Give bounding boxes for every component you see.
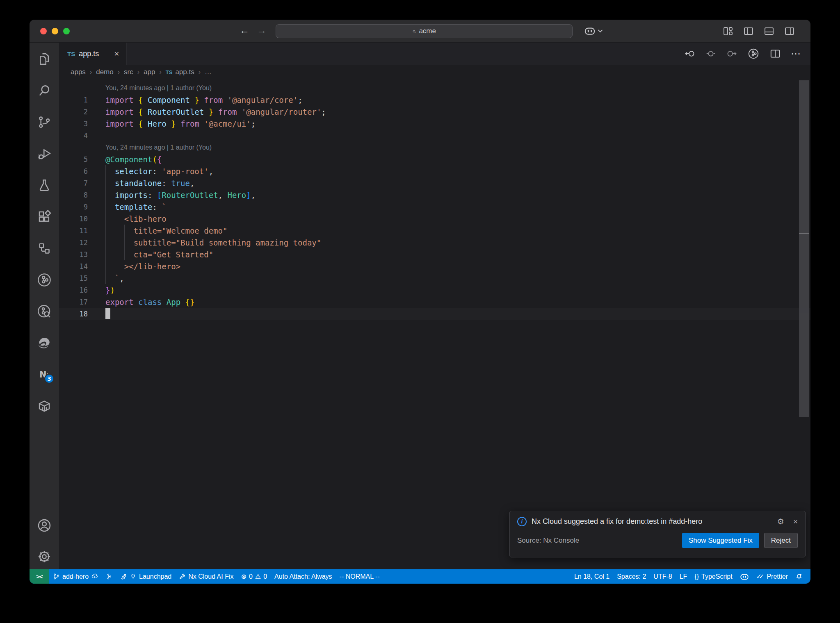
- bell-icon: [795, 573, 803, 580]
- copilot-menu-button[interactable]: [584, 26, 603, 36]
- minimize-window-button[interactable]: [52, 28, 58, 34]
- navigate-forward-icon[interactable]: →: [257, 25, 267, 36]
- blame-text: You, 24 minutes ago | 1 author (You): [88, 84, 212, 92]
- tab-bar: TS app.ts × ⋯: [59, 43, 810, 65]
- project-structure-icon[interactable]: [30, 239, 59, 257]
- nx-graph-action-icon[interactable]: [747, 48, 760, 60]
- errors-count: 0: [249, 573, 253, 580]
- chevron-right-icon: ›: [159, 68, 161, 76]
- extensions-icon[interactable]: [30, 208, 59, 226]
- testing-icon[interactable]: [30, 176, 59, 194]
- line-number: 1: [59, 96, 88, 104]
- breadcrumb-item[interactable]: app: [144, 68, 155, 76]
- copilot-status-item[interactable]: [736, 569, 753, 584]
- info-icon: i: [517, 517, 527, 526]
- line-number: 3: [59, 120, 88, 128]
- copilot-icon: [584, 26, 596, 36]
- explorer-icon[interactable]: [30, 50, 59, 68]
- changes-icon[interactable]: [705, 48, 716, 59]
- commit-graph-icon: [106, 573, 112, 580]
- warnings-count: 0: [263, 573, 267, 580]
- breadcrumb-item[interactable]: demo: [96, 68, 114, 76]
- notification-settings-icon[interactable]: ⚙: [777, 517, 784, 526]
- line-number: 2: [59, 108, 88, 116]
- notifications-bell-item[interactable]: [792, 569, 806, 584]
- copilot-icon: [740, 573, 749, 580]
- tab-app-ts[interactable]: TS app.ts ×: [59, 43, 127, 65]
- code-text: import { Hero } from '@acme/ui';: [88, 119, 256, 128]
- breadcrumb-item[interactable]: apps: [71, 68, 86, 76]
- encoding-item[interactable]: UTF-8: [650, 569, 676, 584]
- edge-tools-icon[interactable]: [30, 334, 59, 352]
- settings-gear-icon[interactable]: [30, 548, 59, 566]
- zoom-window-button[interactable]: [63, 28, 70, 34]
- code-line: 5@Component({: [59, 153, 810, 165]
- vim-mode-indicator[interactable]: -- NORMAL --: [336, 569, 383, 584]
- code-editor[interactable]: You, 24 minutes ago | 1 author (You)1imp…: [59, 80, 810, 569]
- toggle-secondary-sidebar-icon[interactable]: [784, 26, 795, 36]
- close-window-button[interactable]: [40, 28, 47, 34]
- run-debug-icon[interactable]: [30, 145, 59, 163]
- eol-item[interactable]: LF: [676, 569, 691, 584]
- commit-graph-item[interactable]: [102, 569, 116, 584]
- search-view-icon[interactable]: [30, 82, 59, 100]
- graph-search-icon[interactable]: [30, 302, 59, 321]
- code-line: 2import { RouterOutlet } from '@angular/…: [59, 106, 810, 118]
- warnings-icon: ⚠: [255, 573, 261, 580]
- code-text: `,: [88, 274, 124, 283]
- nx-project-graph-icon[interactable]: [30, 271, 59, 289]
- code-text: ></lib-hero>: [88, 262, 180, 271]
- line-number: 13: [59, 250, 88, 259]
- formatter-item[interactable]: ✓✓ Prettier: [753, 569, 792, 584]
- auto-attach-item[interactable]: Auto Attach: Always: [271, 569, 336, 584]
- code-text: import { Component } from '@angular/core…: [88, 95, 303, 105]
- git-branch-item[interactable]: add-hero: [49, 569, 102, 584]
- blame-annotation: You, 24 minutes ago | 1 author (You): [59, 82, 810, 94]
- previous-change-icon[interactable]: [684, 48, 696, 59]
- cursor-position-item[interactable]: Ln 18, Col 1: [571, 569, 613, 584]
- language-mode-item[interactable]: {} TypeScript: [691, 569, 736, 584]
- nx-console-icon[interactable]: N›3: [30, 366, 59, 384]
- breadcrumb-symbol[interactable]: …: [205, 68, 212, 76]
- tab-close-icon[interactable]: ×: [114, 49, 119, 59]
- launchpad-item[interactable]: Launchpad: [116, 569, 175, 584]
- problems-item[interactable]: ⊗ 0 ⚠ 0: [237, 569, 271, 584]
- publish-cloud-icon: [91, 573, 98, 580]
- status-bar: >< add-hero Launchpad Nx Cloud AI Fix ⊗ …: [30, 569, 810, 584]
- indentation-item[interactable]: Spaces: 2: [613, 569, 650, 584]
- line-number: 11: [59, 227, 88, 235]
- notification-close-icon[interactable]: ×: [793, 517, 798, 526]
- code-line: 7 standalone: true,: [59, 177, 810, 189]
- editor-scrollbar[interactable]: [799, 80, 809, 417]
- remote-indicator[interactable]: ><: [30, 569, 49, 584]
- containers-icon[interactable]: [30, 397, 59, 415]
- accounts-icon[interactable]: [30, 516, 59, 534]
- customize-layout-icon[interactable]: [723, 26, 733, 36]
- more-actions-icon[interactable]: ⋯: [791, 48, 801, 59]
- navigate-back-icon[interactable]: ←: [240, 25, 249, 36]
- toggle-panel-icon[interactable]: [764, 26, 774, 36]
- rocket-icon: [120, 573, 127, 580]
- toggle-primary-sidebar-icon[interactable]: [743, 26, 754, 36]
- split-editor-icon[interactable]: [769, 48, 781, 59]
- line-number: 4: [59, 132, 88, 140]
- vim-block-cursor: [105, 308, 110, 319]
- breadcrumb: apps› demo› src› app› TSapp.ts › …: [59, 65, 810, 80]
- line-number: 15: [59, 274, 88, 282]
- search-value: acme: [419, 27, 436, 35]
- line-number: 10: [59, 215, 88, 223]
- code-line: 10 <lib-hero: [59, 213, 810, 225]
- breadcrumb-file[interactable]: TSapp.ts: [166, 68, 194, 76]
- next-change-icon[interactable]: [726, 48, 737, 59]
- nx-cloud-ai-fix-item[interactable]: Nx Cloud AI Fix: [175, 569, 237, 584]
- command-center-search[interactable]: ⌕ acme: [276, 24, 573, 38]
- breadcrumb-item[interactable]: src: [124, 68, 133, 76]
- scrollbar-cursor-marker: [799, 233, 809, 234]
- line-number: 12: [59, 239, 88, 247]
- nx-badge-count: 3: [44, 374, 54, 384]
- source-control-icon[interactable]: [30, 113, 59, 131]
- code-line: 6 selector: 'app-root',: [59, 165, 810, 177]
- show-suggested-fix-button[interactable]: Show Suggested Fix: [682, 533, 759, 548]
- reject-button[interactable]: Reject: [764, 533, 798, 548]
- code-text: cta="Get Started": [88, 250, 213, 259]
